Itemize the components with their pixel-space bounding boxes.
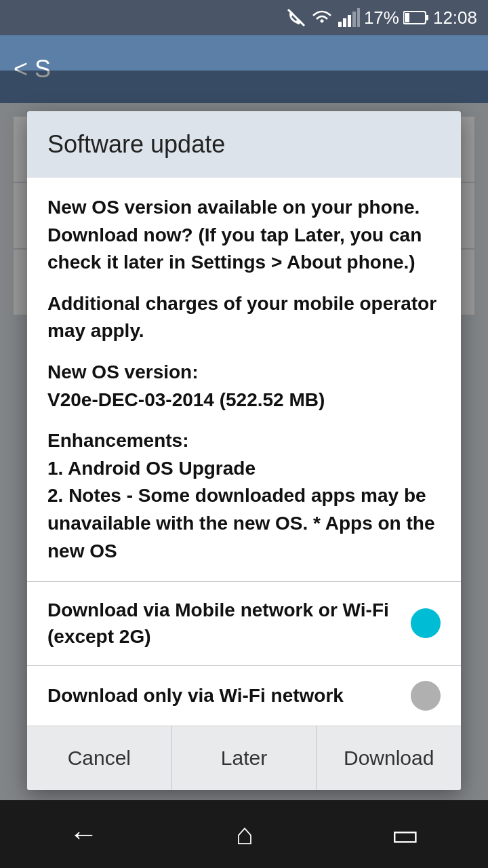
svg-rect-8: [405, 13, 409, 22]
cancel-button[interactable]: Cancel: [27, 726, 172, 790]
radio-label-mobile: Download via Mobile network or Wi-Fi (ex…: [47, 597, 411, 650]
dialog-buttons: Cancel Later Download: [27, 726, 461, 790]
battery-icon: [403, 10, 429, 25]
background-app: < S CCc Cau Chdo Software update New OS …: [0, 35, 488, 868]
body-text-2: Additional charges of your mobile operat…: [47, 290, 441, 345]
body-text-3: New OS version:V20e-DEC-03-2014 (522.52 …: [47, 359, 441, 414]
home-button[interactable]: ⌂: [236, 817, 254, 851]
radio-option-mobile[interactable]: Download via Mobile network or Wi-Fi (ex…: [27, 582, 461, 665]
body-text-4: Enhancements:1. Android OS Upgrade2. Not…: [47, 427, 441, 565]
mute-icon: [287, 8, 306, 27]
dialog-overlay: Software update New OS version available…: [0, 71, 488, 868]
signal-icon: [338, 8, 360, 27]
dialog-title: Software update: [27, 111, 461, 178]
radio-circle-mobile[interactable]: [411, 608, 441, 638]
radio-option-wifi[interactable]: Download only via Wi-Fi network: [27, 666, 461, 726]
svg-rect-1: [338, 22, 342, 27]
svg-rect-3: [348, 15, 351, 27]
recents-button[interactable]: ▭: [391, 817, 420, 852]
svg-rect-5: [357, 8, 360, 27]
download-button[interactable]: Download: [317, 726, 461, 790]
status-bar: 17% 12:08: [0, 0, 488, 35]
wifi-icon: [310, 8, 334, 27]
time-display: 12:08: [433, 7, 477, 28]
radio-circle-wifi[interactable]: [411, 681, 441, 711]
status-icons: 17% 12:08: [287, 7, 477, 28]
battery-percent: 17%: [364, 7, 399, 28]
back-button[interactable]: ←: [68, 817, 98, 851]
dialog-title-text: Software update: [47, 130, 225, 158]
radio-label-wifi: Download only via Wi-Fi network: [47, 682, 411, 709]
nav-bar: ← ⌂ ▭: [0, 800, 488, 868]
dialog-body: New OS version available on your phone.D…: [27, 178, 461, 582]
svg-rect-2: [343, 18, 346, 27]
software-update-dialog: Software update New OS version available…: [27, 111, 461, 790]
later-button[interactable]: Later: [172, 726, 317, 790]
svg-rect-7: [426, 15, 428, 20]
svg-rect-4: [352, 12, 356, 27]
body-text-1: New OS version available on your phone.D…: [47, 194, 441, 277]
